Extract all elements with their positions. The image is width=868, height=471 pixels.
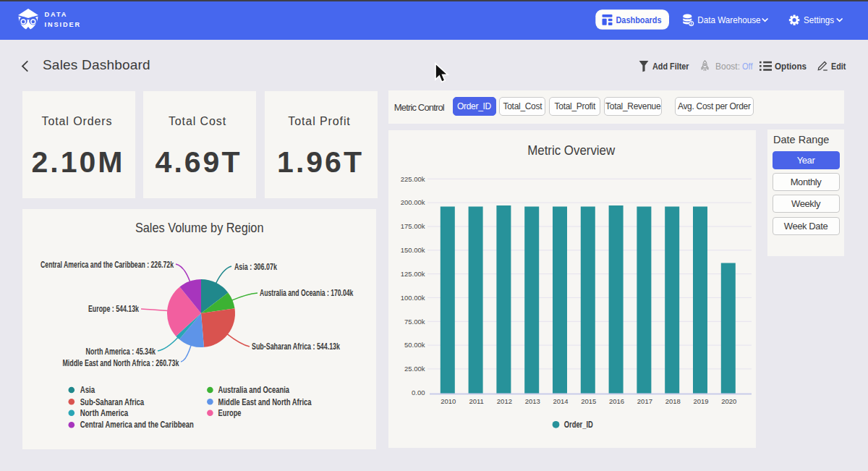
svg-text:100.00k: 100.00k (401, 294, 425, 302)
svg-text:Add Filter: Add Filter (652, 61, 689, 72)
svg-text:Middle East and North Africa :: Middle East and North Africa : 260.73k (62, 358, 179, 368)
svg-text:2016: 2016 (609, 397, 624, 405)
svg-text:Australia and Oceania : 170.04: Australia and Oceania : 170.04k (260, 288, 354, 298)
svg-text:0.00: 0.00 (412, 389, 425, 396)
svg-text:2017: 2017 (637, 397, 652, 405)
svg-text:Data Warehouse: Data Warehouse (697, 14, 760, 25)
svg-text:200.00k: 200.00k (401, 198, 425, 206)
svg-text:2018: 2018 (665, 397, 681, 405)
svg-text:North America: North America (80, 408, 129, 418)
svg-text:Off: Off (742, 61, 753, 72)
svg-text:2010: 2010 (441, 397, 456, 405)
svg-text:175.00k: 175.00k (401, 222, 425, 230)
svg-text:Asia: Asia (80, 385, 95, 395)
svg-text:225.00k: 225.00k (401, 175, 425, 183)
svg-text:25.00k: 25.00k (404, 365, 425, 373)
svg-text:Sub-Saharan Africa: Sub-Saharan Africa (80, 397, 145, 407)
svg-text:2015: 2015 (581, 397, 596, 405)
svg-text:Order_ID: Order_ID (564, 420, 593, 430)
svg-text:Australia and Oceania: Australia and Oceania (218, 385, 290, 395)
svg-text:Dashboards: Dashboards (616, 14, 662, 25)
svg-text:2013: 2013 (525, 397, 540, 405)
svg-text:2012: 2012 (497, 397, 512, 405)
svg-text:Options: Options (775, 61, 807, 72)
svg-text:Europe: Europe (218, 408, 242, 418)
svg-text:INSIDER: INSIDER (45, 21, 82, 28)
svg-text:Asia : 306.07k: Asia : 306.07k (234, 262, 277, 272)
svg-text:Edit: Edit (831, 61, 846, 72)
svg-text:Sub-Saharan Africa : 544.13k: Sub-Saharan Africa : 544.13k (252, 341, 340, 352)
svg-text:Metric Overview: Metric Overview (527, 143, 615, 158)
svg-text:150.00k: 150.00k (401, 246, 425, 254)
svg-text:Settings: Settings (804, 14, 834, 25)
svg-text:75.00k: 75.00k (404, 318, 425, 326)
svg-text:125.00k: 125.00k (401, 270, 425, 278)
svg-text:Europe : 544.13k: Europe : 544.13k (88, 304, 139, 314)
svg-text:Boost:: Boost: (715, 61, 740, 72)
svg-text:Central America and the Caribb: Central America and the Caribbean : 226.… (41, 260, 174, 270)
svg-text:2020: 2020 (721, 397, 736, 405)
svg-text:2011: 2011 (469, 397, 483, 405)
svg-text:North America : 45.34k: North America : 45.34k (86, 347, 156, 357)
svg-text:Middle East and North Africa: Middle East and North Africa (218, 397, 312, 407)
svg-text:50.00k: 50.00k (404, 341, 425, 349)
svg-text:Sales Volume by Region: Sales Volume by Region (135, 220, 264, 235)
svg-text:2014: 2014 (553, 397, 568, 405)
svg-text:2019: 2019 (693, 397, 708, 405)
svg-text:Central America and the Caribb: Central America and the Caribbean (80, 420, 194, 430)
svg-text:DATA: DATA (45, 11, 68, 18)
